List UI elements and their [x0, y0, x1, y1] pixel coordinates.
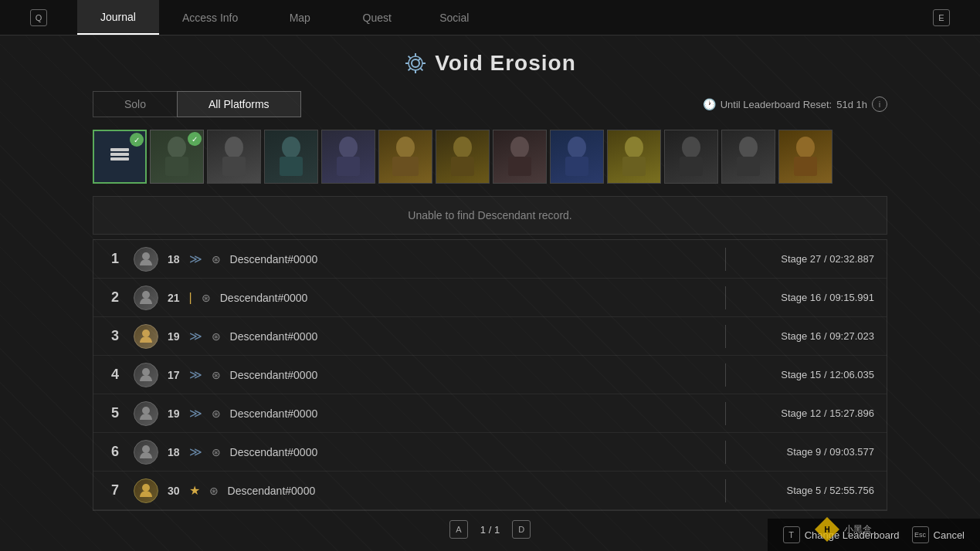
table-row: 5 19 ≫ ⊛ Descendant#0000 Stage 12 / 15:2…	[93, 394, 887, 433]
svg-point-27	[796, 137, 815, 158]
svg-point-7	[225, 137, 243, 158]
rank-4: 4	[106, 367, 124, 383]
nav-item-journal[interactable]: Journal	[77, 0, 159, 35]
svg-point-17	[510, 137, 529, 158]
level-3: 19	[168, 330, 180, 343]
char-card-12[interactable]	[778, 130, 832, 184]
player-name-6: Descendant#0000	[230, 446, 716, 458]
rank-3: 3	[106, 328, 124, 344]
cancel-label: Cancel	[934, 529, 965, 541]
level-1: 18	[168, 253, 180, 265]
nav-item-social[interactable]: Social	[415, 0, 493, 35]
svg-point-13	[396, 137, 415, 158]
e-key: E	[933, 9, 950, 26]
mastery-icon-2: |	[189, 291, 192, 305]
page-title: Void Erosion	[435, 51, 576, 76]
watermark-text: 小黑盒	[844, 523, 872, 536]
mastery-icon-7: ★	[189, 483, 200, 498]
char-card-8[interactable]	[550, 130, 604, 184]
gear-icon	[404, 52, 427, 75]
mastery-icon-6: ≫	[189, 445, 202, 459]
svg-rect-10	[280, 157, 303, 176]
nav-key-q: Q	[0, 0, 77, 35]
all-check-badge: ✓	[130, 133, 144, 147]
svg-point-0	[412, 59, 419, 67]
svg-rect-2	[110, 148, 129, 151]
rank-7: 7	[106, 482, 124, 499]
row-divider-1	[725, 248, 726, 271]
info-icon[interactable]: i	[872, 96, 887, 112]
char-card-1[interactable]: ✓	[150, 130, 204, 184]
row-divider-4	[725, 363, 726, 387]
char-card-4[interactable]	[321, 130, 375, 184]
player-name-1: Descendant#0000	[230, 253, 716, 265]
avatar-7	[134, 478, 158, 503]
avatar-5	[134, 401, 158, 426]
level-2: 21	[168, 292, 180, 304]
score-5: Stage 12 / 15:27.896	[735, 407, 874, 419]
svg-point-33	[142, 407, 150, 414]
svg-point-35	[142, 484, 150, 492]
rank-1: 1	[106, 251, 124, 267]
level-7: 30	[168, 485, 180, 497]
t-key: T	[783, 526, 800, 543]
layers-icon	[107, 142, 132, 171]
table-row: 6 18 ≫ ⊛ Descendant#0000 Stage 9 / 09:03…	[93, 433, 887, 472]
platform-icon-7: ⊛	[209, 485, 219, 497]
svg-rect-6	[165, 157, 188, 176]
char-card-2[interactable]	[207, 130, 261, 184]
svg-point-23	[682, 137, 700, 158]
row-divider-6	[725, 441, 726, 464]
nav-item-map[interactable]: Map	[261, 0, 338, 35]
reset-value: 51d 1h	[836, 99, 867, 110]
page-prev-key[interactable]: A	[449, 520, 468, 539]
mastery-icon-1: ≫	[189, 252, 202, 266]
char-card-6[interactable]	[436, 130, 490, 184]
q-key: Q	[30, 9, 47, 26]
avatar-4	[134, 363, 158, 387]
tab-all-platforms[interactable]: All Platforms	[177, 91, 301, 117]
svg-rect-24	[680, 157, 703, 176]
svg-rect-28	[794, 157, 817, 176]
platform-icon-4: ⊛	[212, 369, 221, 381]
char-card-all[interactable]: ✓	[93, 130, 147, 184]
nav-item-access-info[interactable]: Access Info	[159, 0, 261, 35]
level-6: 18	[168, 446, 180, 458]
score-6: Stage 9 / 09:03.577	[735, 446, 874, 458]
avatar-3	[134, 324, 158, 349]
rank-5: 5	[106, 405, 124, 421]
svg-rect-12	[337, 157, 360, 176]
svg-point-34	[142, 445, 150, 453]
table-row: 7 30 ★ ⊛ Descendant#0000 Stage 5 / 52:55…	[93, 472, 887, 510]
svg-point-19	[568, 137, 586, 158]
rank-6: 6	[106, 444, 124, 460]
platform-icon-1: ⊛	[212, 253, 221, 265]
char-card-3[interactable]	[264, 130, 318, 184]
char-card-10[interactable]	[664, 130, 718, 184]
page-next-key[interactable]: D	[512, 520, 531, 539]
cancel-action[interactable]: Esc Cancel	[912, 526, 965, 543]
page-number: 1 / 1	[480, 524, 500, 536]
svg-point-30	[142, 291, 150, 299]
tab-solo[interactable]: Solo	[93, 91, 177, 117]
svg-point-32	[142, 368, 150, 376]
nav-item-quest[interactable]: Quest	[338, 0, 415, 35]
player-name-4: Descendant#0000	[230, 369, 716, 381]
svg-point-31	[142, 330, 150, 337]
leaderboard-table: 1 18 ≫ ⊛ Descendant#0000 Stage 27 / 02:3…	[93, 239, 887, 511]
svg-point-21	[625, 137, 643, 158]
char-card-7[interactable]	[493, 130, 547, 184]
mastery-icon-3: ≫	[189, 329, 202, 343]
top-navigation: Q Journal Access Info Map Quest Social E	[0, 0, 980, 35]
leaderboard-reset-info: 🕐 Until Leaderboard Reset: 51d 1h i	[703, 96, 887, 112]
svg-rect-14	[392, 157, 419, 176]
char-card-11[interactable]	[721, 130, 775, 184]
char-card-9[interactable]	[607, 130, 661, 184]
row-divider-3	[725, 325, 726, 348]
svg-rect-4	[110, 157, 129, 161]
avatar-6	[134, 440, 158, 465]
player-name-2: Descendant#0000	[220, 292, 716, 304]
avatar-2	[134, 286, 158, 310]
svg-rect-18	[508, 157, 531, 176]
char-card-5[interactable]	[378, 130, 432, 184]
